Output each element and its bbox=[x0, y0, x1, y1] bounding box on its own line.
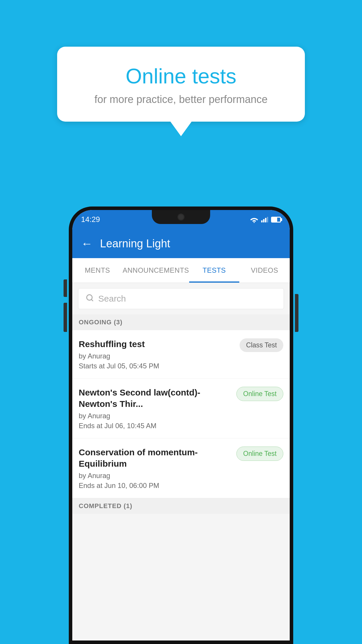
test-info-reshuffling: Reshuffling test by Anurag Starts at Jul… bbox=[79, 338, 240, 370]
back-button[interactable]: ← bbox=[81, 237, 93, 250]
badge-class-test: Class Test bbox=[240, 338, 283, 352]
side-button-volume-down bbox=[64, 303, 67, 332]
svg-point-0 bbox=[254, 222, 255, 223]
ongoing-label: ONGOING (3) bbox=[79, 318, 122, 326]
badge-online-test-newtons: Online Test bbox=[236, 387, 283, 401]
svg-rect-2 bbox=[263, 219, 265, 222]
ongoing-section-header: ONGOING (3) bbox=[72, 314, 290, 330]
tabs-bar: MENTS ANNOUNCEMENTS TESTS VIDEOS bbox=[72, 258, 290, 283]
phone-screen: 14:29 bbox=[72, 210, 290, 640]
test-item-reshuffling[interactable]: Reshuffling test by Anurag Starts at Jul… bbox=[72, 330, 290, 379]
search-container: Search bbox=[72, 283, 290, 314]
signal-icon bbox=[261, 216, 268, 223]
test-name-newtons: Newton's Second law(contd)-Newton's Thir… bbox=[79, 387, 231, 410]
test-time-conservation: Ends at Jun 10, 06:00 PM bbox=[79, 482, 231, 490]
test-time-reshuffling: Starts at Jul 05, 05:45 PM bbox=[79, 362, 234, 370]
test-author-newtons: by Anurag bbox=[79, 412, 231, 420]
side-button-power bbox=[295, 294, 298, 332]
badge-online-test-conservation: Online Test bbox=[236, 447, 283, 461]
svg-line-6 bbox=[91, 299, 93, 301]
phone-frame-wrapper: 14:29 bbox=[69, 206, 293, 644]
phone-notch bbox=[152, 210, 210, 224]
test-item-conservation[interactable]: Conservation of momentum-Equilibrium by … bbox=[72, 438, 290, 498]
phone-frame: 14:29 bbox=[69, 206, 293, 644]
completed-section-header: COMPLETED (1) bbox=[72, 498, 290, 514]
test-info-conservation: Conservation of momentum-Equilibrium by … bbox=[79, 447, 236, 490]
svg-rect-1 bbox=[261, 220, 263, 222]
search-placeholder: Search bbox=[98, 294, 126, 304]
speech-bubble-area: Online tests for more practice, better p… bbox=[57, 47, 305, 122]
search-icon bbox=[86, 293, 94, 304]
bubble-subtitle: for more practice, better performance bbox=[78, 93, 284, 106]
side-button-volume-up bbox=[64, 279, 67, 297]
status-time: 14:29 bbox=[81, 215, 100, 224]
test-list: Reshuffling test by Anurag Starts at Jul… bbox=[72, 330, 290, 498]
test-time-newtons: Ends at Jul 06, 10:45 AM bbox=[79, 422, 231, 430]
test-info-newtons: Newton's Second law(contd)-Newton's Thir… bbox=[79, 387, 236, 430]
speech-bubble: Online tests for more practice, better p… bbox=[57, 47, 305, 122]
battery-icon bbox=[271, 217, 281, 223]
test-name-reshuffling: Reshuffling test bbox=[79, 338, 234, 350]
status-icons bbox=[250, 216, 281, 223]
test-author-reshuffling: by Anurag bbox=[79, 352, 234, 360]
svg-rect-3 bbox=[265, 218, 266, 223]
tab-announcements[interactable]: ANNOUNCEMENTS bbox=[123, 258, 189, 283]
app-title: Learning Light bbox=[100, 237, 170, 250]
tab-tests[interactable]: TESTS bbox=[189, 258, 240, 283]
tab-ments[interactable]: MENTS bbox=[72, 258, 123, 283]
tab-videos[interactable]: VIDEOS bbox=[239, 258, 290, 283]
test-name-conservation: Conservation of momentum-Equilibrium bbox=[79, 447, 231, 469]
search-box[interactable]: Search bbox=[78, 288, 284, 309]
front-camera bbox=[178, 214, 184, 220]
test-item-newtons[interactable]: Newton's Second law(contd)-Newton's Thir… bbox=[72, 379, 290, 438]
app-bar: ← Learning Light bbox=[72, 229, 290, 258]
svg-rect-4 bbox=[267, 217, 268, 222]
wifi-icon bbox=[250, 216, 258, 223]
completed-label: COMPLETED (1) bbox=[79, 502, 132, 510]
bubble-title: Online tests bbox=[78, 64, 284, 88]
test-author-conservation: by Anurag bbox=[79, 472, 231, 480]
